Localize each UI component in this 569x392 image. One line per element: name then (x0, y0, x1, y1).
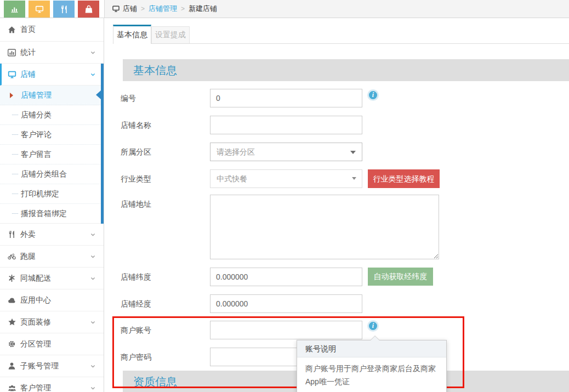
industry-select[interactable]: 中式快餐 (210, 169, 362, 188)
breadcrumb-separator: > (181, 5, 185, 13)
tab-commission-settings[interactable]: 设置提成 (151, 26, 190, 43)
cloud-icon (7, 296, 17, 305)
monitor-icon (112, 5, 120, 13)
chevron-down-icon (90, 232, 96, 237)
user-icon (7, 362, 17, 371)
monitor-icon (7, 70, 17, 79)
info-icon[interactable]: i (367, 89, 379, 101)
shop-submenu: 店铺管理 店铺分类 客户评论 客户留言 店铺分类组合 打印机绑定 播报音箱绑定 (0, 86, 104, 224)
sidebar-item-label: 店铺 (20, 70, 90, 79)
quick-waimai-button[interactable] (53, 1, 75, 18)
dropdown-arrow-icon (352, 177, 356, 182)
number-input[interactable] (210, 89, 362, 107)
quick-shop-button[interactable] (29, 1, 50, 18)
sidebar-item-customer-manage[interactable]: 客户管理 (0, 377, 104, 392)
sidebar-item-partition-manage[interactable]: 分区管理 (0, 333, 104, 355)
submenu-item-shop-category[interactable]: 店铺分类 (0, 105, 104, 125)
sidebar-item-page-decorate[interactable]: 页面装修 (0, 311, 104, 333)
submenu-item-category-combo[interactable]: 店铺分类组合 (0, 164, 104, 184)
sidebar-item-label: 首页 (20, 25, 104, 35)
sidebar-item-label: 统计 (20, 48, 90, 58)
utensils-icon (7, 230, 17, 239)
asterisk-icon (7, 274, 17, 283)
sidebar-item-app-center[interactable]: 应用中心 (0, 289, 104, 311)
info-icon[interactable]: i (367, 320, 379, 332)
field-label-merchant-password: 商户密码 (121, 353, 151, 362)
gear-icon (7, 340, 17, 349)
monitor-icon (35, 5, 44, 14)
submenu-item-shop-manage[interactable]: 店铺管理 (0, 86, 104, 105)
sidebar-item-home[interactable]: 首页 (0, 18, 104, 42)
utensils-icon (60, 5, 69, 14)
breadcrumb-current: 新建店铺 (189, 4, 217, 14)
breadcrumb-link-shop-manage[interactable]: 店铺管理 (149, 4, 177, 14)
tooltip-body: 商户账号用于商户登录商家后台及商家App唯一凭证 (297, 357, 446, 392)
star-icon (7, 318, 17, 327)
quick-stats-button[interactable] (4, 1, 25, 18)
breadcrumb-root: 店铺 (123, 4, 137, 14)
top-header-bar: 店铺 > 店铺管理 > 新建店铺 (0, 0, 569, 18)
auto-locate-button[interactable]: 自动获取经纬度 (368, 268, 433, 286)
latitude-input[interactable] (210, 268, 362, 286)
sidebar-item-label: 同城配送 (20, 274, 90, 283)
chevron-down-icon (90, 320, 96, 325)
submenu-item-speaker-binding[interactable]: 播报音箱绑定 (0, 204, 104, 223)
sidebar-item-subaccount-manage[interactable]: 子账号管理 (0, 355, 104, 377)
chevron-down-icon (90, 363, 96, 369)
sidebar-item-city-delivery[interactable]: 同城配送 (0, 268, 104, 289)
home-icon (7, 25, 17, 34)
field-label-latitude: 店铺纬度 (121, 272, 151, 282)
bicycle-icon (7, 252, 17, 261)
main-content: 基本信息 设置提成 基本信息 编号 i 店铺名称 所属分区 请选择分区 行业类型… (104, 18, 569, 392)
chevron-down-icon (90, 276, 96, 281)
field-label-partition: 所属分区 (121, 147, 151, 157)
bar-chart-icon (10, 5, 19, 14)
tab-underline (113, 43, 569, 44)
sidebar-item-label: 应用中心 (20, 296, 104, 305)
account-tooltip: 账号说明 商户账号用于商户登录商家后台及商家App唯一凭证 (297, 340, 447, 392)
sidebar-item-label: 外卖 (20, 230, 90, 240)
address-textarea[interactable] (210, 195, 439, 259)
breadcrumb-separator: > (141, 5, 145, 13)
breadcrumb: 店铺 > 店铺管理 > 新建店铺 (104, 0, 569, 18)
sidebar-item-label: 分区管理 (20, 339, 104, 349)
sidebar-nav: 首页 统计 店铺 店铺管理 店铺分类 客户评论 客户留言 店铺分类组合 打印机绑… (0, 18, 104, 392)
field-label-industry: 行业类型 (121, 174, 151, 184)
tooltip-title: 账号说明 (297, 340, 446, 357)
sidebar-item-waimai[interactable]: 外卖 (0, 224, 104, 246)
chevron-down-icon (90, 385, 96, 391)
sidebar-item-paotui[interactable]: 跑腿 (0, 246, 104, 268)
sidebar-item-stats[interactable]: 统计 (0, 42, 104, 64)
submenu-item-customer-messages[interactable]: 客户留言 (0, 145, 104, 164)
users-icon (7, 384, 17, 392)
sidebar-item-label: 跑腿 (20, 252, 90, 262)
field-label-longitude: 店铺经度 (121, 299, 151, 309)
shopping-bag-icon (84, 5, 93, 14)
chevron-down-icon (90, 50, 96, 55)
longitude-input[interactable] (210, 294, 362, 313)
quick-mall-button[interactable] (78, 1, 99, 18)
active-item-arrow-icon (96, 90, 101, 99)
tab-basic-info[interactable]: 基本信息 (113, 25, 151, 44)
submenu-item-customer-reviews[interactable]: 客户评论 (0, 125, 104, 145)
shop-name-input[interactable] (210, 116, 362, 134)
submenu-item-printer-binding[interactable]: 打印机绑定 (0, 184, 104, 204)
sidebar-item-label: 页面装修 (20, 317, 90, 327)
partition-select[interactable]: 请选择分区 (210, 143, 362, 161)
sidebar-item-label: 子账号管理 (20, 361, 90, 371)
stats-icon (7, 48, 17, 57)
section-header-basic-info: 基本信息 (123, 59, 569, 81)
field-label-number: 编号 (121, 94, 136, 104)
chevron-down-icon (90, 254, 96, 259)
chevron-down-icon (90, 72, 96, 77)
industry-tutorial-button[interactable]: 行业类型选择教程 (368, 169, 440, 188)
merchant-account-input[interactable] (210, 321, 362, 339)
sidebar-item-shop[interactable]: 店铺 (0, 64, 104, 86)
sidebar-item-label: 客户管理 (20, 383, 90, 392)
field-label-merchant-account: 商户账号 (121, 326, 151, 336)
partition-select-value: 请选择分区 (217, 147, 255, 156)
field-label-address: 店铺地址 (121, 200, 151, 209)
dropdown-arrow-icon (350, 151, 356, 157)
industry-select-value: 中式快餐 (217, 174, 247, 183)
quick-launch-zone (0, 0, 104, 18)
